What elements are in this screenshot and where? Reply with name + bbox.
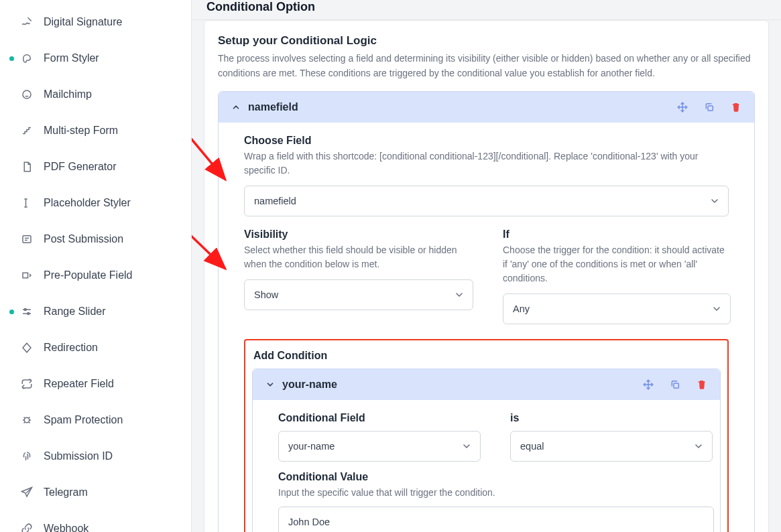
conditional-value-desc: Input the specific value that will trigg… (278, 486, 695, 500)
sliders-icon (20, 305, 34, 318)
visibility-desc: Select whether this field should be visi… (244, 243, 473, 271)
accordion-title: namefield (248, 101, 670, 113)
condition-accordion-body: Conditional Field your-name (253, 400, 720, 532)
link-icon (20, 522, 34, 532)
conditional-field-value: your-name (288, 441, 335, 452)
setup-desc: The process involves selecting a field a… (218, 52, 755, 80)
move-icon[interactable] (676, 101, 688, 113)
status-dot-icon (9, 56, 14, 61)
accordion-body: Choose Field Wrap a field with this shor… (219, 123, 754, 532)
sidebar-item-placeholder-styler[interactable]: Placeholder Styler (0, 185, 191, 221)
choose-field-label: Choose Field (244, 135, 729, 147)
sidebar-item-mailchimp[interactable]: Mailchimp (0, 76, 191, 113)
conditional-field-label: Conditional Field (278, 412, 481, 424)
conditional-value-label: Conditional Value (278, 471, 695, 483)
condition-accordion-header[interactable]: your-name (253, 369, 720, 400)
sidebar-item-label: Mailchimp (44, 88, 92, 101)
sidebar-item-pdf-generator[interactable]: PDF Generator (0, 149, 191, 185)
chevron-up-icon (231, 102, 241, 113)
svg-rect-13 (674, 383, 678, 388)
main-accordion: namefield Choose Field (218, 91, 755, 532)
sidebar-item-form-styler[interactable]: Form Styler (0, 40, 191, 76)
sidebar-item-redirection[interactable]: Redirection (0, 330, 191, 366)
panel-title: Conditional Option (206, 0, 766, 14)
post-icon (20, 232, 34, 246)
paint-icon (20, 52, 34, 65)
conditional-value-input[interactable] (278, 507, 714, 532)
visibility-select[interactable]: Show (244, 279, 473, 310)
prefill-icon (20, 269, 34, 282)
sidebar-item-telegram[interactable]: Telegram (0, 474, 191, 511)
conditional-card: Setup your Conditional Logic The process… (204, 20, 769, 532)
sidebar-item-spam-protection[interactable]: Spam Protection (0, 402, 191, 438)
copy-icon[interactable] (669, 379, 681, 391)
setup-title: Setup your Conditional Logic (218, 34, 755, 48)
add-condition-box: Add Condition your-name (244, 339, 729, 532)
cursor-icon (20, 196, 34, 210)
sidebar: Digital SignatureForm StylerMailchimpMul… (0, 0, 192, 532)
chevron-down-icon (265, 379, 276, 390)
main-panel: Conditional Option Setup your Conditiona… (192, 0, 781, 532)
sidebar-item-label: Spam Protection (44, 414, 123, 426)
sidebar-item-label: Telegram (44, 486, 88, 498)
sidebar-item-pre-populate-field[interactable]: Pre-Populate Field (0, 257, 191, 293)
signature-icon (20, 15, 34, 29)
copy-icon[interactable] (703, 101, 715, 113)
move-icon[interactable] (642, 379, 654, 391)
is-col: is equal (510, 412, 713, 462)
sidebar-item-label: Webhook (44, 523, 88, 532)
status-dot-icon (9, 310, 14, 314)
sidebar-item-label: Repeater Field (44, 378, 114, 390)
condition-accordion-title: your-name (282, 379, 636, 391)
sidebar-item-label: Form Styler (44, 52, 99, 64)
svg-rect-2 (23, 273, 28, 278)
mailchimp-icon (20, 88, 34, 101)
sidebar-item-label: Digital Signature (44, 16, 122, 28)
if-select[interactable]: Any (503, 293, 731, 324)
sidebar-item-repeater-field[interactable]: Repeater Field (0, 366, 191, 402)
conditional-field-select[interactable]: your-name (278, 431, 481, 462)
repeat-icon (20, 377, 34, 391)
sidebar-item-label: Multi-step Form (44, 125, 118, 137)
trash-icon[interactable] (696, 379, 708, 391)
chevron-down-icon (454, 289, 465, 300)
svg-rect-10 (708, 106, 713, 111)
sidebar-item-submission-id[interactable]: Submission ID (0, 438, 191, 474)
choose-field-select[interactable]: namefield (244, 186, 729, 216)
is-label: is (510, 412, 713, 424)
choose-field-value: namefield (254, 196, 296, 206)
if-col: If Choose the trigger for the condition:… (503, 228, 731, 324)
sidebar-item-digital-signature[interactable]: Digital Signature (0, 4, 191, 40)
is-value: equal (520, 441, 544, 452)
chevron-down-icon (711, 304, 722, 314)
chevron-down-icon (461, 441, 472, 452)
sidebar-item-label: Range Slider (44, 306, 106, 318)
add-condition-label: Add Condition (253, 350, 721, 362)
conditional-field-col: Conditional Field your-name (278, 412, 481, 462)
sidebar-item-label: Redirection (44, 342, 98, 354)
visibility-col: Visibility Select whether this field sho… (244, 228, 473, 324)
svg-point-0 (23, 90, 31, 98)
condition-accordion-actions (642, 379, 708, 391)
sidebar-item-post-submission[interactable]: Post Submission (0, 221, 191, 257)
bug-icon (20, 413, 34, 427)
trash-icon[interactable] (730, 101, 742, 113)
svg-point-7 (24, 417, 29, 423)
visibility-label: Visibility (244, 228, 473, 241)
accordion-header[interactable]: namefield (219, 92, 754, 123)
sidebar-item-multi-step-form[interactable]: Multi-step Form (0, 113, 191, 149)
fingerprint-icon (20, 450, 34, 463)
sidebar-item-label: Submission ID (44, 450, 113, 462)
chevron-down-icon (693, 441, 704, 452)
is-select[interactable]: equal (510, 431, 713, 462)
sidebar-item-label: Pre-Populate Field (44, 269, 133, 281)
sidebar-item-webhook[interactable]: Webhook (0, 511, 191, 532)
sidebar-item-range-slider[interactable]: Range Slider (0, 293, 191, 330)
if-desc: Choose the trigger for the condition: it… (503, 243, 731, 285)
visibility-value: Show (254, 289, 278, 300)
pdf-icon (20, 160, 34, 174)
sidebar-item-label: Placeholder Styler (44, 197, 131, 209)
chevron-down-icon (709, 196, 720, 206)
condition-accordion: your-name (252, 369, 721, 532)
diamond-icon (20, 341, 34, 354)
